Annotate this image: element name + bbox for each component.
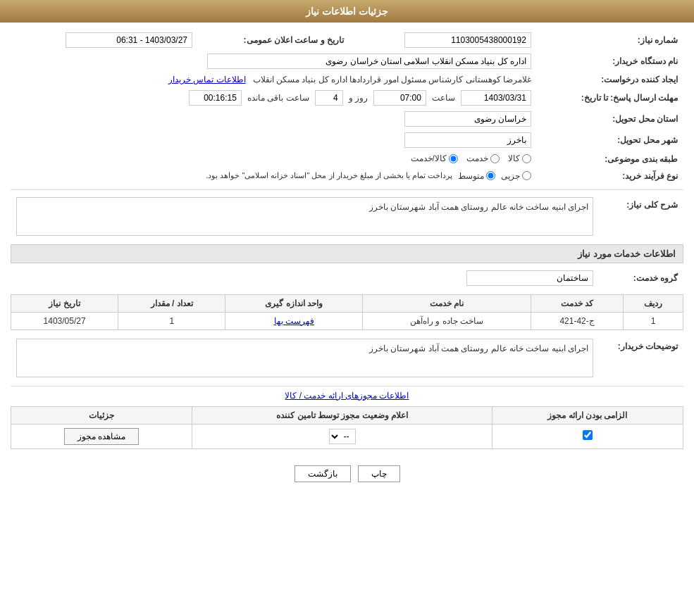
- need-number-row: شماره نیاز: تاریخ و ساعت اعلان عمومی:: [11, 30, 683, 51]
- creator-row: ایجاد کننده درخواست: غلامرضا کوهستانی کا…: [11, 72, 683, 87]
- buyer-desc-label: توضیحات خریدار:: [599, 336, 683, 380]
- send-date-group: ساعت روز و ساعت باقی مانده: [16, 90, 531, 106]
- view-permit-button[interactable]: مشاهده مجوز: [64, 428, 139, 445]
- contact-link[interactable]: اطلاعات تماس خریدار: [168, 75, 246, 84]
- need-desc-value: اجرای ابنیه ساخت خانه عالم روستای همت آب…: [369, 202, 588, 212]
- purchase-jozi: جزیی: [501, 171, 531, 181]
- permissions-link[interactable]: اطلاعات مجوزهای ارائه خدمت / کالا: [285, 391, 409, 401]
- main-content: شماره نیاز: تاریخ و ساعت اعلان عمومی: نا…: [0, 23, 694, 500]
- service-group-input[interactable]: [466, 270, 593, 286]
- purchase-type-group: جزیی متوسط پرداخت تمام یا بخشی از مبلغ خ…: [16, 171, 531, 181]
- buyer-org-label: نام دستگاه خریدار:: [537, 51, 683, 72]
- perm-cell-details: مشاهده مجوز: [11, 424, 192, 448]
- buyer-org-input[interactable]: [207, 54, 531, 69]
- purchase-note: پرداخت تمام یا بخشی از مبلغ خریدار از مح…: [206, 171, 452, 180]
- col-date: تاریخ نیاز: [11, 294, 118, 312]
- city-label: شهر محل تحویل:: [537, 130, 683, 151]
- category-both-radio[interactable]: [449, 154, 458, 163]
- unit-link[interactable]: فهرست بها: [274, 316, 314, 326]
- cell-qty: 1: [118, 312, 225, 329]
- service-group-table: گروه خدمت:: [11, 268, 683, 289]
- buyer-org-row: نام دستگاه خریدار:: [11, 51, 683, 72]
- category-kala-radio[interactable]: [522, 154, 531, 163]
- send-remaining-input[interactable]: [189, 90, 242, 106]
- city-input[interactable]: [404, 132, 531, 148]
- perm-col-required: الزامی بودن ارائه مجوز: [492, 406, 683, 424]
- print-button[interactable]: چاپ: [358, 465, 400, 482]
- category-radio-group: کالا خدمت کالا/خدمت: [411, 153, 531, 163]
- send-date-row: مهلت ارسال پاسخ: تا تاریخ: ساعت روز و سا…: [11, 87, 683, 108]
- separator-1: [11, 189, 683, 190]
- category-kala-khedmat: کالا/خدمت: [411, 153, 458, 163]
- back-button[interactable]: بازگشت: [295, 465, 351, 482]
- send-days-input[interactable]: [315, 90, 343, 106]
- need-number-label: شماره نیاز:: [537, 30, 683, 51]
- cell-name: ساخت جاده و راه‌آهن: [363, 312, 531, 329]
- announce-date-label: تاریخ و ساعت اعلان عمومی:: [198, 30, 349, 51]
- info-table: شماره نیاز: تاریخ و ساعت اعلان عمومی: نا…: [11, 30, 683, 184]
- required-checkbox[interactable]: [583, 430, 593, 440]
- purchase-motavaset-radio[interactable]: [486, 171, 495, 180]
- purchase-jozi-radio[interactable]: [522, 171, 531, 180]
- buyer-desc-row: توضیحات خریدار: اجرای ابنیه ساخت خانه عا…: [11, 336, 683, 380]
- need-desc-table: شرح کلی نیاز: اجرای ابنیه ساخت خانه عالم…: [11, 194, 683, 239]
- perm-col-details: جزئیات: [11, 406, 192, 424]
- cell-date: 1403/05/27: [11, 312, 118, 329]
- perm-col-status: اعلام وضعیت مجوز توسط تامین کننده: [192, 406, 492, 424]
- purchase-motavaset: متوسط: [458, 171, 495, 181]
- send-date-label: مهلت ارسال پاسخ: تا تاریخ:: [537, 87, 683, 108]
- permissions-table-body: -- مشاهده مجوز: [11, 424, 683, 448]
- buyer-desc-table: توضیحات خریدار: اجرای ابنیه ساخت خانه عا…: [11, 336, 683, 380]
- table-row: 1 ج-42-421 ساخت جاده و راه‌آهن فهرست بها…: [11, 312, 683, 329]
- separator-2: [11, 386, 683, 386]
- cell-code: ج-42-421: [531, 312, 624, 329]
- creator-value: غلامرضا کوهستانی کارشناس مسئول امور قرار…: [253, 75, 531, 84]
- col-qty: تعداد / مقدار: [118, 294, 225, 312]
- send-time-input[interactable]: [373, 90, 426, 106]
- province-input[interactable]: [404, 111, 531, 127]
- service-group-label: گروه خدمت:: [599, 268, 683, 289]
- cell-unit: فهرست بها: [225, 312, 363, 329]
- services-table-head: ردیف کد خدمت نام خدمت واحد اندازه گیری ت…: [11, 294, 683, 312]
- need-desc-label: شرح کلی نیاز:: [599, 194, 683, 239]
- announce-date-input[interactable]: [66, 32, 192, 48]
- col-code: کد خدمت: [531, 294, 624, 312]
- services-section-header: اطلاعات خدمات مورد نیاز: [11, 244, 683, 263]
- buyer-desc-box: اجرای ابنیه ساخت خانه عالم روستای همت آب…: [16, 339, 593, 377]
- city-row: شهر محل تحویل:: [11, 130, 683, 151]
- category-khedmat: خدمت: [466, 153, 500, 163]
- category-label: طبقه بندی موضوعی:: [537, 151, 683, 168]
- province-label: استان محل تحویل:: [537, 108, 683, 130]
- send-time-label: ساعت: [432, 93, 455, 103]
- permissions-row: -- مشاهده مجوز: [11, 424, 683, 448]
- purchase-type-row: نوع فرآیند خرید: جزیی متوسط پرداخت تمام …: [11, 168, 683, 184]
- creator-label: ایجاد کننده درخواست:: [537, 72, 683, 87]
- services-table-body: 1 ج-42-421 ساخت جاده و راه‌آهن فهرست بها…: [11, 312, 683, 329]
- permissions-table: الزامی بودن ارائه مجوز اعلام وضعیت مجوز …: [11, 406, 683, 449]
- perm-cell-required: [492, 424, 683, 448]
- permissions-table-head: الزامی بودن ارائه مجوز اعلام وضعیت مجوز …: [11, 406, 683, 424]
- permissions-header-row: الزامی بودن ارائه مجوز اعلام وضعیت مجوز …: [11, 406, 683, 424]
- services-header-row: ردیف کد خدمت نام خدمت واحد اندازه گیری ت…: [11, 294, 683, 312]
- need-desc-box: اجرای ابنیه ساخت خانه عالم روستای همت آب…: [16, 197, 593, 236]
- service-group-row: گروه خدمت:: [11, 268, 683, 289]
- send-days-label: روز و: [349, 93, 368, 103]
- perm-cell-status: --: [192, 424, 492, 448]
- category-row: طبقه بندی موضوعی: کالا خدمت: [11, 151, 683, 168]
- status-select[interactable]: --: [329, 429, 356, 444]
- need-desc-row: شرح کلی نیاز: اجرای ابنیه ساخت خانه عالم…: [11, 194, 683, 239]
- need-number-input[interactable]: [404, 32, 531, 48]
- send-date-input[interactable]: [461, 90, 531, 106]
- purchase-type-label: نوع فرآیند خرید:: [537, 168, 683, 184]
- buyer-desc-value: اجرای ابنیه ساخت خانه عالم روستای همت آب…: [369, 344, 588, 353]
- cell-index: 1: [624, 312, 683, 329]
- page-header: جزئیات اطلاعات نیاز: [0, 0, 694, 23]
- permissions-link-container: اطلاعات مجوزهای ارائه خدمت / کالا: [11, 391, 683, 401]
- category-khedmat-radio[interactable]: [490, 154, 500, 163]
- col-index: ردیف: [624, 294, 683, 312]
- bottom-buttons: چاپ بازگشت: [11, 455, 683, 493]
- page-wrapper: جزئیات اطلاعات نیاز شماره نیاز: تاریخ و …: [0, 0, 694, 616]
- category-kala: کالا: [508, 153, 531, 163]
- col-unit: واحد اندازه گیری: [225, 294, 363, 312]
- col-name: نام خدمت: [363, 294, 531, 312]
